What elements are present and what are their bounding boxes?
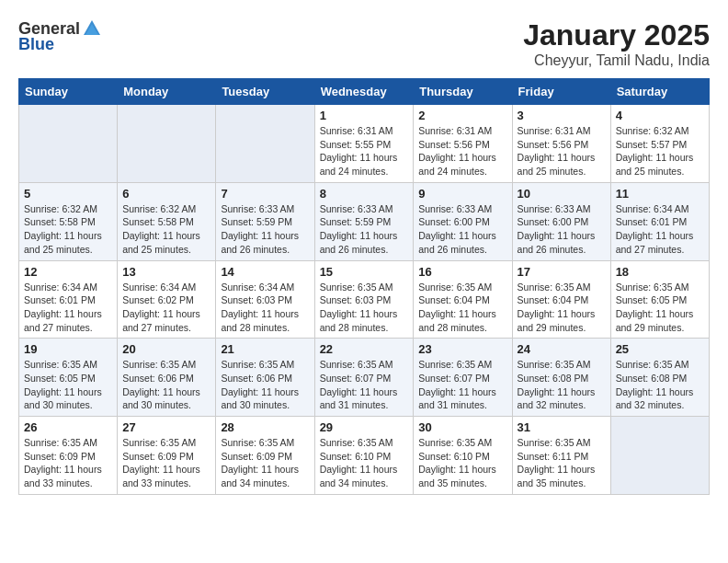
day-info: Sunrise: 6:35 AM Sunset: 6:11 PM Dayligh… bbox=[518, 436, 606, 490]
calendar-cell: 23Sunrise: 6:35 AM Sunset: 6:07 PM Dayli… bbox=[414, 339, 512, 417]
day-info: Sunrise: 6:34 AM Sunset: 6:03 PM Dayligh… bbox=[221, 281, 309, 335]
day-number: 14 bbox=[221, 265, 309, 279]
day-info: Sunrise: 6:31 AM Sunset: 5:56 PM Dayligh… bbox=[518, 124, 606, 178]
calendar-cell bbox=[216, 105, 314, 183]
title-block: January 2025 Cheyyur, Tamil Nadu, India bbox=[523, 18, 710, 69]
logo: General Blue bbox=[18, 18, 102, 54]
calendar-cell: 25Sunrise: 6:35 AM Sunset: 6:08 PM Dayli… bbox=[610, 339, 709, 417]
calendar-cell: 22Sunrise: 6:35 AM Sunset: 6:07 PM Dayli… bbox=[314, 339, 414, 417]
logo-blue-text: Blue bbox=[18, 35, 54, 54]
day-info: Sunrise: 6:33 AM Sunset: 6:00 PM Dayligh… bbox=[418, 202, 506, 257]
calendar-cell: 28Sunrise: 6:35 AM Sunset: 6:09 PM Dayli… bbox=[216, 417, 314, 495]
day-info: Sunrise: 6:35 AM Sunset: 6:08 PM Dayligh… bbox=[518, 358, 606, 412]
day-info: Sunrise: 6:31 AM Sunset: 5:55 PM Dayligh… bbox=[320, 124, 409, 178]
calendar-cell: 29Sunrise: 6:35 AM Sunset: 6:10 PM Dayli… bbox=[314, 417, 414, 495]
day-info: Sunrise: 6:35 AM Sunset: 6:05 PM Dayligh… bbox=[616, 281, 704, 335]
day-number: 24 bbox=[518, 342, 606, 356]
calendar-cell: 11Sunrise: 6:34 AM Sunset: 6:01 PM Dayli… bbox=[610, 182, 709, 260]
day-number: 4 bbox=[616, 109, 704, 122]
day-info: Sunrise: 6:35 AM Sunset: 6:07 PM Dayligh… bbox=[320, 358, 409, 412]
calendar-week-row: 5Sunrise: 6:32 AM Sunset: 5:58 PM Daylig… bbox=[19, 182, 710, 260]
day-info: Sunrise: 6:33 AM Sunset: 6:00 PM Dayligh… bbox=[518, 202, 606, 257]
day-number: 5 bbox=[24, 187, 112, 201]
day-number: 16 bbox=[418, 265, 506, 279]
page-header: General Blue January 2025 Cheyyur, Tamil… bbox=[18, 18, 710, 69]
day-info: Sunrise: 6:33 AM Sunset: 5:59 PM Dayligh… bbox=[221, 202, 309, 257]
day-info: Sunrise: 6:34 AM Sunset: 6:01 PM Dayligh… bbox=[616, 202, 704, 257]
day-info: Sunrise: 6:35 AM Sunset: 6:09 PM Dayligh… bbox=[122, 436, 210, 490]
day-number: 25 bbox=[616, 342, 704, 356]
day-info: Sunrise: 6:34 AM Sunset: 6:02 PM Dayligh… bbox=[122, 281, 210, 335]
day-number: 2 bbox=[418, 109, 506, 122]
day-number: 11 bbox=[616, 187, 704, 201]
calendar-cell: 7Sunrise: 6:33 AM Sunset: 5:59 PM Daylig… bbox=[216, 182, 314, 260]
calendar-cell: 20Sunrise: 6:35 AM Sunset: 6:06 PM Dayli… bbox=[118, 339, 216, 417]
day-number: 22 bbox=[320, 342, 409, 356]
day-number: 10 bbox=[518, 187, 606, 201]
calendar-cell: 17Sunrise: 6:35 AM Sunset: 6:04 PM Dayli… bbox=[512, 260, 610, 339]
day-info: Sunrise: 6:35 AM Sunset: 6:06 PM Dayligh… bbox=[122, 358, 210, 412]
day-info: Sunrise: 6:32 AM Sunset: 5:58 PM Dayligh… bbox=[24, 202, 112, 257]
calendar-cell: 27Sunrise: 6:35 AM Sunset: 6:09 PM Dayli… bbox=[118, 417, 216, 495]
calendar-cell: 12Sunrise: 6:34 AM Sunset: 6:01 PM Dayli… bbox=[19, 260, 118, 339]
calendar-header-sunday: Sunday bbox=[19, 79, 118, 105]
day-number: 13 bbox=[122, 265, 210, 279]
calendar-cell bbox=[118, 105, 216, 183]
calendar-cell: 1Sunrise: 6:31 AM Sunset: 5:55 PM Daylig… bbox=[314, 105, 414, 183]
calendar-week-row: 26Sunrise: 6:35 AM Sunset: 6:09 PM Dayli… bbox=[19, 417, 710, 495]
calendar-week-row: 1Sunrise: 6:31 AM Sunset: 5:55 PM Daylig… bbox=[19, 105, 710, 183]
calendar-cell bbox=[19, 105, 118, 183]
day-number: 18 bbox=[616, 265, 704, 279]
calendar-header-row: SundayMondayTuesdayWednesdayThursdayFrid… bbox=[19, 79, 710, 105]
day-number: 23 bbox=[418, 342, 506, 356]
day-number: 1 bbox=[320, 109, 409, 122]
day-info: Sunrise: 6:35 AM Sunset: 6:06 PM Dayligh… bbox=[221, 358, 309, 412]
calendar-header-saturday: Saturday bbox=[610, 79, 709, 105]
day-info: Sunrise: 6:35 AM Sunset: 6:03 PM Dayligh… bbox=[320, 281, 409, 335]
calendar-cell: 26Sunrise: 6:35 AM Sunset: 6:09 PM Dayli… bbox=[19, 417, 118, 495]
day-info: Sunrise: 6:35 AM Sunset: 6:09 PM Dayligh… bbox=[221, 436, 309, 490]
calendar-cell: 21Sunrise: 6:35 AM Sunset: 6:06 PM Dayli… bbox=[216, 339, 314, 417]
calendar-cell bbox=[610, 417, 709, 495]
day-info: Sunrise: 6:35 AM Sunset: 6:04 PM Dayligh… bbox=[518, 281, 606, 335]
day-number: 17 bbox=[518, 265, 606, 279]
day-number: 8 bbox=[320, 187, 409, 201]
day-info: Sunrise: 6:35 AM Sunset: 6:08 PM Dayligh… bbox=[616, 358, 704, 412]
day-number: 12 bbox=[24, 265, 112, 279]
calendar-cell: 13Sunrise: 6:34 AM Sunset: 6:02 PM Dayli… bbox=[118, 260, 216, 339]
day-number: 28 bbox=[221, 420, 309, 434]
calendar-cell: 9Sunrise: 6:33 AM Sunset: 6:00 PM Daylig… bbox=[414, 182, 512, 260]
day-number: 31 bbox=[518, 420, 606, 434]
calendar-cell: 15Sunrise: 6:35 AM Sunset: 6:03 PM Dayli… bbox=[314, 260, 414, 339]
day-info: Sunrise: 6:32 AM Sunset: 5:57 PM Dayligh… bbox=[616, 124, 704, 178]
calendar-week-row: 12Sunrise: 6:34 AM Sunset: 6:01 PM Dayli… bbox=[19, 260, 710, 339]
calendar-header-tuesday: Tuesday bbox=[216, 79, 314, 105]
day-number: 29 bbox=[320, 420, 409, 434]
day-number: 27 bbox=[122, 420, 210, 434]
day-info: Sunrise: 6:31 AM Sunset: 5:56 PM Dayligh… bbox=[418, 124, 506, 178]
day-info: Sunrise: 6:35 AM Sunset: 6:10 PM Dayligh… bbox=[418, 436, 506, 490]
location: Cheyyur, Tamil Nadu, India bbox=[523, 52, 710, 69]
day-number: 9 bbox=[418, 187, 506, 201]
calendar-header-thursday: Thursday bbox=[414, 79, 512, 105]
day-number: 20 bbox=[122, 342, 210, 356]
day-info: Sunrise: 6:32 AM Sunset: 5:58 PM Dayligh… bbox=[122, 202, 210, 257]
day-info: Sunrise: 6:35 AM Sunset: 6:04 PM Dayligh… bbox=[418, 281, 506, 335]
day-info: Sunrise: 6:35 AM Sunset: 6:05 PM Dayligh… bbox=[24, 358, 112, 412]
day-number: 26 bbox=[24, 420, 112, 434]
calendar-cell: 18Sunrise: 6:35 AM Sunset: 6:05 PM Dayli… bbox=[610, 260, 709, 339]
calendar-header-wednesday: Wednesday bbox=[314, 79, 414, 105]
calendar-cell: 8Sunrise: 6:33 AM Sunset: 5:59 PM Daylig… bbox=[314, 182, 414, 260]
calendar-cell: 30Sunrise: 6:35 AM Sunset: 6:10 PM Dayli… bbox=[414, 417, 512, 495]
month-title: January 2025 bbox=[523, 18, 710, 52]
calendar-cell: 14Sunrise: 6:34 AM Sunset: 6:03 PM Dayli… bbox=[216, 260, 314, 339]
calendar-week-row: 19Sunrise: 6:35 AM Sunset: 6:05 PM Dayli… bbox=[19, 339, 710, 417]
calendar-cell: 4Sunrise: 6:32 AM Sunset: 5:57 PM Daylig… bbox=[610, 105, 709, 183]
day-number: 3 bbox=[518, 109, 606, 122]
day-info: Sunrise: 6:35 AM Sunset: 6:10 PM Dayligh… bbox=[320, 436, 409, 490]
calendar-cell: 10Sunrise: 6:33 AM Sunset: 6:00 PM Dayli… bbox=[512, 182, 610, 260]
day-info: Sunrise: 6:35 AM Sunset: 6:09 PM Dayligh… bbox=[24, 436, 112, 490]
calendar-header-friday: Friday bbox=[512, 79, 610, 105]
day-number: 30 bbox=[418, 420, 506, 434]
calendar-cell: 24Sunrise: 6:35 AM Sunset: 6:08 PM Dayli… bbox=[512, 339, 610, 417]
